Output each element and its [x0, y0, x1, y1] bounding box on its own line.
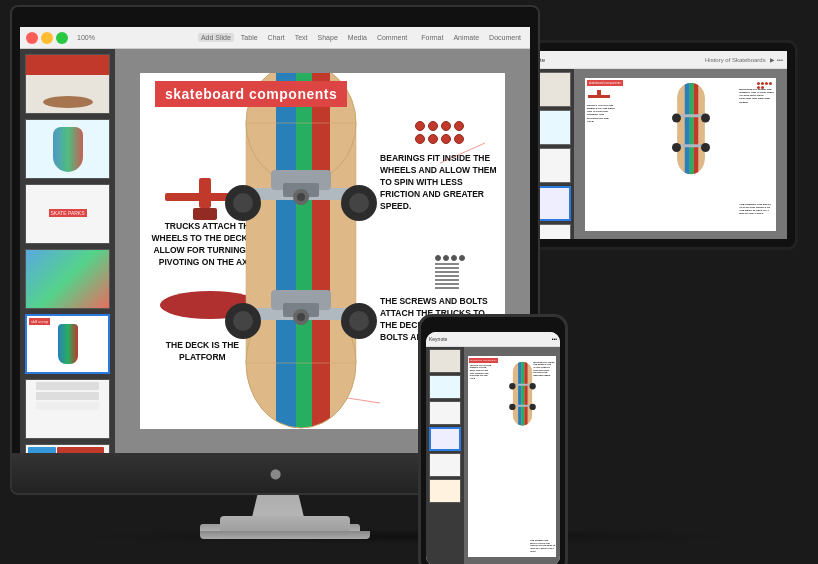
phone-more-btn[interactable]: ••• — [552, 336, 557, 342]
svg-point-30 — [297, 313, 305, 321]
phone-slide-title: skateboard components — [469, 358, 498, 363]
tablet-slide-title: skateboard components — [587, 80, 623, 86]
svg-point-49 — [672, 143, 681, 152]
tablet-trucks-text: TRUCKS ATTACH THE WHEELS TO THE DECK AND… — [587, 104, 617, 124]
slide-panel[interactable]: SKATE PARKS sk8 comp — [20, 49, 115, 453]
media-btn[interactable]: Media — [345, 33, 370, 42]
slide-thumb-2[interactable] — [25, 119, 110, 179]
screws-dots — [435, 255, 465, 289]
phone-thumb-4-active[interactable] — [429, 427, 461, 451]
phone-main-slide: skateboard components — [468, 356, 556, 557]
svg-point-32 — [233, 311, 253, 331]
keynote-toolbar: 100% Add Slide Table Chart Text Shape Me… — [20, 27, 530, 49]
phone-keynote-body: skateboard components — [426, 347, 560, 564]
document-btn[interactable]: Document — [486, 33, 524, 42]
tablet-title: History of Skateboards — [705, 57, 766, 63]
svg-rect-13 — [312, 73, 330, 429]
svg-point-21 — [297, 193, 305, 201]
svg-rect-11 — [276, 73, 296, 429]
tablet-screws-text: THE SCREWS AND BOLTS ATTACH THE TRUCKS T… — [739, 203, 774, 216]
svg-point-62 — [509, 383, 515, 389]
svg-rect-42 — [684, 83, 689, 178]
svg-point-65 — [509, 404, 515, 410]
slide-thumb-7[interactable] — [25, 444, 110, 453]
slide-thumb-5[interactable]: sk8 comp — [25, 314, 110, 374]
slide-title: skateboard components — [155, 81, 347, 107]
svg-point-34 — [349, 311, 369, 331]
mac-mini-base — [200, 531, 370, 539]
comment-btn[interactable]: Comment — [374, 33, 410, 42]
svg-rect-60 — [524, 362, 527, 429]
phone-thumb-1[interactable] — [429, 349, 461, 373]
monitor-logo-icon: ⬤ — [270, 468, 281, 479]
animate-btn[interactable]: Animate — [450, 33, 482, 42]
phone-thumb-6[interactable] — [429, 479, 461, 503]
minimize-btn[interactable] — [41, 32, 53, 44]
svg-rect-43 — [689, 83, 693, 178]
svg-point-23 — [233, 193, 253, 213]
slide-thumb-6[interactable] — [25, 379, 110, 439]
zoom-label: 100% — [77, 34, 95, 41]
tablet: Keynote History of Skateboards ▶ ••• ska… — [508, 40, 798, 250]
chart-btn[interactable]: Chart — [265, 33, 288, 42]
add-slide-btn[interactable]: Add Slide — [198, 33, 234, 42]
tablet-skateboard-svg — [666, 83, 716, 178]
svg-rect-12 — [296, 73, 312, 429]
svg-point-50 — [701, 143, 710, 152]
phone-thumb-5[interactable] — [429, 453, 461, 477]
svg-rect-44 — [693, 83, 698, 178]
tablet-more-btn[interactable]: ••• — [777, 57, 783, 63]
tablet-screen: Keynote History of Skateboards ▶ ••• ska… — [519, 51, 787, 239]
toolbar-actions: Add Slide Table Chart Text Shape Media C… — [198, 33, 524, 42]
svg-point-63 — [530, 383, 536, 389]
phone-screen: Keynote ••• skateboard components — [426, 332, 560, 564]
phone-slide-panel[interactable] — [426, 347, 464, 564]
close-btn[interactable] — [26, 32, 38, 44]
shape-btn[interactable]: Shape — [315, 33, 341, 42]
slide-thumb-3[interactable]: SKATE PARKS — [25, 184, 110, 244]
phone-canvas: skateboard components — [464, 347, 560, 564]
svg-point-25 — [349, 193, 369, 213]
text-btn[interactable]: Text — [292, 33, 311, 42]
phone-toolbar: Keynote ••• — [426, 332, 560, 347]
ground-shadow — [59, 529, 759, 544]
svg-point-46 — [672, 113, 681, 122]
slide-thumb-4[interactable] — [25, 249, 110, 309]
phone-trucks-text: TRUCKS ATTACH THE WHEELS TO THE DECK AND… — [470, 364, 492, 380]
maximize-btn[interactable] — [56, 32, 68, 44]
tablet-truck-icon — [588, 90, 610, 104]
phone: Keynote ••• skateboard components — [418, 314, 568, 564]
svg-point-47 — [701, 113, 710, 122]
svg-point-66 — [530, 404, 536, 410]
table-btn[interactable]: Table — [238, 33, 261, 42]
svg-rect-58 — [518, 362, 522, 429]
tablet-canvas: skateboard components — [574, 69, 787, 239]
phone-app-name: Keynote — [429, 336, 447, 342]
bearings-dots — [415, 121, 475, 144]
skateboard-illustration — [191, 73, 411, 429]
phone-bearings-text: BEARINGS FIT INSIDE THE WHEELS AND ALLOW… — [533, 361, 555, 377]
tablet-bearings-text: BEARINGS FIT INSIDE THE WHEELS AND ALLOW… — [739, 88, 774, 104]
tablet-keynote-body: skateboard components — [519, 69, 787, 239]
format-btn[interactable]: Format — [418, 33, 446, 42]
svg-rect-59 — [522, 362, 525, 429]
tablet-play-btn[interactable]: ▶ — [770, 56, 775, 63]
slide-thumb-1[interactable] — [25, 54, 110, 114]
phone-screws-text: THE SCREWS AND BOLTS ATTACH THE TRUCKS T… — [530, 539, 555, 552]
tablet-main-slide: skateboard components — [585, 78, 777, 231]
phone-thumb-3[interactable] — [429, 401, 461, 425]
phone-thumb-2[interactable] — [429, 375, 461, 399]
tablet-toolbar: Keynote History of Skateboards ▶ ••• — [519, 51, 787, 69]
